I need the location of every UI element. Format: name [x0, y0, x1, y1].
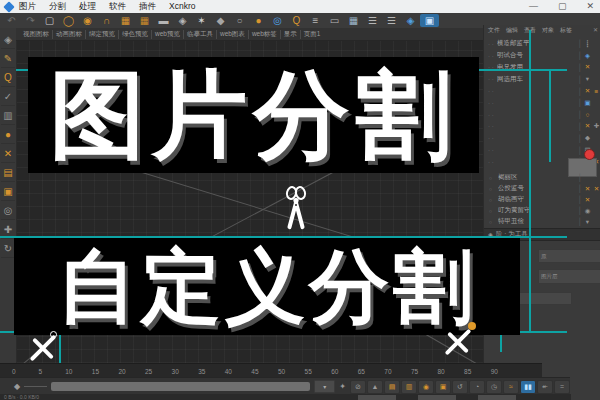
panel-menu-item[interactable]: 编辑 — [506, 26, 518, 35]
toolbar-icon[interactable]: ✶ — [192, 14, 211, 27]
viewport-menu-item[interactable]: 显示 — [280, 30, 300, 39]
tool-icon[interactable]: ▥ — [1, 106, 15, 125]
menu-item[interactable]: Xcnkro — [169, 1, 195, 13]
tool-icon[interactable]: ● — [1, 125, 15, 144]
toolbar-icon[interactable]: ● — [249, 14, 268, 27]
toolbar-icon[interactable]: ◎ — [268, 14, 287, 27]
viewport-menu-item[interactable]: 临摹工具 — [183, 30, 216, 39]
viewport-menu-item[interactable]: 视图图标 — [20, 30, 52, 39]
split-guide-vertical[interactable] — [529, 30, 531, 333]
object-tag-icon[interactable]: ◆ — [583, 134, 592, 142]
layer-tag-icon[interactable]: ✕ — [583, 196, 592, 204]
tool-icon[interactable]: ◈ — [1, 30, 15, 49]
minimize-button[interactable]: — — [529, 0, 538, 13]
tool-icon[interactable]: Q — [1, 68, 15, 87]
timeline-ruler[interactable]: 051015202530354045505560657075808590 — [0, 363, 542, 378]
panel-menu-item[interactable]: 文件 — [488, 26, 500, 35]
transport-button[interactable]: = — [554, 380, 570, 394]
tool-icon[interactable]: ✕ — [1, 144, 15, 163]
toolbar-icon[interactable]: ≡ — [306, 14, 325, 27]
attribute-field[interactable]: 原 — [538, 249, 600, 263]
tool-icon[interactable]: ▣ — [1, 182, 15, 201]
panel-menu-item[interactable]: 对象 — [542, 26, 554, 35]
split-guide-vertical[interactable] — [549, 70, 551, 162]
menu-item[interactable]: 处理 — [79, 1, 96, 13]
tool-icon[interactable]: ✓ — [1, 87, 15, 106]
object-tag-icon[interactable]: ≡ — [592, 88, 600, 95]
viewport-menu-item[interactable]: 页面1 — [300, 30, 324, 39]
transport-button[interactable]: ▤ — [384, 380, 400, 394]
object-tag-icon[interactable]: ▾ — [583, 75, 592, 83]
object-row[interactable]: 横造邮监平 │ ┋ — [484, 38, 600, 50]
menu-item[interactable]: 图片 — [19, 1, 36, 13]
object-row[interactable]: │ ▤ — [484, 144, 600, 156]
transport-button[interactable]: ↺ — [452, 380, 468, 394]
transport-button[interactable]: ⊘ — [350, 380, 366, 394]
transport-button[interactable]: ▮▮ — [520, 380, 536, 394]
object-tag-icon[interactable]: ┋ — [583, 40, 592, 48]
transport-button[interactable]: ≈ — [503, 380, 519, 394]
toolbar-icon[interactable]: ▣ — [420, 14, 439, 27]
object-row[interactable]: │ ✕ ✚ — [484, 121, 600, 133]
layer-row[interactable]: 特甲丑俭 │ ▾ — [484, 216, 600, 227]
transport-button[interactable]: ▥ — [401, 380, 417, 394]
layer-tag-icon[interactable]: ✕ — [592, 185, 600, 193]
viewport-menu-item[interactable]: web标签 — [248, 30, 280, 39]
menu-item[interactable]: 插件 — [139, 1, 156, 13]
viewport-menu-item[interactable]: web预览 — [151, 30, 183, 39]
toolbar-icon[interactable]: ▦ — [116, 14, 135, 27]
object-tag-icon[interactable]: ✕ — [583, 87, 592, 95]
close-button[interactable]: ✕ — [586, 0, 594, 13]
viewport-menu-item[interactable]: 绿色预览 — [118, 30, 151, 39]
transport-button[interactable]: ▲ — [367, 380, 383, 394]
object-tag-icon[interactable]: ✕ — [583, 63, 592, 71]
layer-row[interactable]: 褐丽区 │ — [484, 172, 600, 183]
object-tag-icon[interactable]: ◈ — [583, 52, 592, 60]
layer-tag-icon[interactable]: ▾ — [583, 218, 592, 226]
toolbar-icon[interactable]: ↷ — [21, 14, 40, 27]
toolbar-icon[interactable]: ☰ — [382, 14, 401, 27]
attribute-field[interactable]: 图片层 — [538, 269, 600, 284]
object-tag-icon[interactable]: ○ — [583, 111, 592, 118]
viewport-menu-item[interactable]: 动画图标 — [52, 30, 85, 39]
transport-button[interactable]: ◉ — [418, 380, 434, 394]
frame-rate-dropdown[interactable]: ▾ — [314, 380, 335, 393]
panel-menu-item[interactable]: 标签 — [560, 26, 572, 35]
layer-row[interactable]: 公投监号 │ ✕ ✕ — [484, 183, 600, 194]
tool-icon[interactable]: ✎ — [1, 49, 15, 68]
object-row[interactable]: 明试合号 │ ◈ — [484, 50, 600, 62]
panel-close-icon[interactable]: ✕ — [593, 26, 598, 33]
toolbar-icon[interactable]: ○ — [230, 14, 249, 27]
viewport-menu-item[interactable]: web图表 — [216, 30, 248, 39]
layer-row[interactable]: 胡临画守 │ ✕ — [484, 194, 600, 205]
toolbar-icon[interactable]: ▬ — [154, 14, 173, 27]
maximize-button[interactable]: ▢ — [558, 0, 567, 13]
toolbar-icon[interactable]: ◈ — [401, 14, 420, 27]
key-star-icon[interactable]: ✦ — [339, 382, 346, 391]
object-row[interactable]: │ ✕ ≡ — [484, 85, 600, 97]
tool-icon[interactable]: ↻ — [1, 239, 15, 258]
transport-button[interactable]: ◔ — [469, 380, 485, 394]
toolbar-icon[interactable]: ◯ — [59, 14, 78, 27]
toolbar-icon[interactable]: ☰ — [363, 14, 382, 27]
object-tag-icon[interactable]: ✚ — [592, 122, 600, 130]
viewport-menu-item[interactable]: 绑定预览 — [85, 30, 118, 39]
timeline-slider[interactable] — [51, 382, 310, 391]
toolbar-icon[interactable]: ▢ — [40, 14, 59, 27]
object-row[interactable]: 电兄发用 │ ✕ — [484, 62, 600, 74]
toolbar-icon[interactable]: ◉ — [78, 14, 97, 27]
tool-icon[interactable]: ▤ — [1, 163, 15, 182]
menu-item[interactable]: 软件 — [109, 1, 126, 13]
toolbar-icon[interactable]: ▦ — [135, 14, 154, 27]
object-row[interactable]: 网选用车 │ ▾ — [484, 73, 600, 85]
toolbar-icon[interactable]: ↶ — [2, 14, 21, 27]
object-row[interactable]: │ ○ — [484, 109, 600, 121]
object-tag-icon[interactable]: ▣ — [583, 99, 592, 107]
toolbar-icon[interactable]: ◆ — [211, 14, 230, 27]
object-row[interactable]: │ ◆ — [484, 132, 600, 144]
toolbar-icon[interactable]: ◈ — [173, 14, 192, 27]
transport-button[interactable]: ↞ — [537, 380, 553, 394]
layer-tag-icon[interactable]: ✕ — [583, 185, 592, 193]
menu-item[interactable]: 分割 — [49, 1, 66, 13]
toolbar-icon[interactable]: Q — [287, 14, 306, 27]
